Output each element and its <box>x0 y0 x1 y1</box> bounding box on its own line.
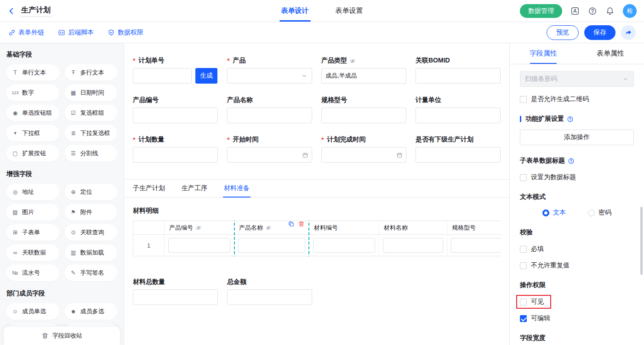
preview-button[interactable]: 预览 <box>547 25 579 40</box>
cell-product-no-input[interactable] <box>168 238 230 253</box>
field-item-divider[interactable]: ☰分割线 <box>65 145 118 162</box>
tab-material-preparation[interactable]: 材料准备 <box>224 180 250 197</box>
tab-form-settings[interactable]: 表单设置 <box>336 0 363 22</box>
set-data-title-row[interactable]: 设置为数据标题 <box>520 173 634 181</box>
plan-no-input[interactable] <box>133 68 192 84</box>
product-select[interactable] <box>227 68 312 84</box>
field-item-checkbox-group[interactable]: ☑复选框组 <box>65 105 118 121</box>
delete-icon[interactable] <box>298 221 305 227</box>
field-item-attachment[interactable]: ⚑附件 <box>65 204 118 221</box>
start-time-input[interactable] <box>227 147 312 163</box>
tab-form-design[interactable]: 表单设计 <box>281 0 309 22</box>
cell-material-name-input[interactable] <box>383 238 443 253</box>
no-duplicate-row[interactable]: 不允许重复值 <box>520 261 634 270</box>
field-item-multi-text[interactable]: Ŧ多行文本 <box>65 64 118 81</box>
field-item-number[interactable]: 123数字 <box>6 85 59 101</box>
column-header-spec[interactable]: 规格型号 <box>447 221 501 234</box>
help-icon[interactable] <box>567 116 574 123</box>
field-start-time[interactable]: 开始时间 <box>227 135 312 163</box>
field-item-serial-number[interactable]: №流水号 <box>6 265 59 281</box>
cell-material-no-input[interactable] <box>313 238 375 253</box>
panel-scrollbar[interactable] <box>640 207 643 275</box>
field-product-name[interactable]: 产品名称 <box>227 96 312 123</box>
data-manage-button[interactable]: 数据管理 <box>520 4 562 18</box>
spec-input[interactable] <box>321 107 406 123</box>
save-button[interactable]: 保存 <box>584 25 616 40</box>
field-plan-qty[interactable]: 计划数量 <box>133 135 218 163</box>
add-action-button[interactable]: 添加操作 <box>520 130 634 145</box>
field-item-extend-button[interactable]: ▢扩展按钮 <box>6 145 59 162</box>
bom-id-input[interactable] <box>416 68 501 84</box>
field-spec[interactable]: 规格型号 <box>321 96 406 123</box>
data-permission-button[interactable]: 数据权限 <box>108 28 143 37</box>
field-item-member-multi[interactable]: ☻成员多选 <box>65 303 118 320</box>
field-item-radio-group[interactable]: ◉单选按钮组 <box>6 105 59 121</box>
visible-checkbox[interactable] <box>520 299 527 305</box>
field-item-member-single[interactable]: ☺成员单选 <box>6 303 59 320</box>
amount-total-input[interactable] <box>227 289 312 305</box>
back-button[interactable] <box>7 7 16 15</box>
required-row[interactable]: 必填 <box>520 245 634 253</box>
field-item-dropdown-multi[interactable]: ≣下拉复选框 <box>65 125 118 141</box>
field-item-single-text[interactable]: T单行文本 <box>6 64 59 81</box>
field-item-related-data[interactable]: ∞关联数据 <box>6 244 59 261</box>
translate-icon[interactable] <box>570 6 580 16</box>
field-item-signature[interactable]: ✎手写签名 <box>65 265 118 281</box>
field-item-image[interactable]: ▧图片 <box>6 204 59 221</box>
barcode-select[interactable]: 扫描条形码 <box>520 71 634 87</box>
field-item-dropdown[interactable]: ▼下拉框 <box>6 125 59 141</box>
generate-button[interactable]: 生成 <box>195 68 217 84</box>
copy-icon[interactable] <box>288 221 295 227</box>
tab-sub-production-plan[interactable]: 子生产计划 <box>133 180 165 197</box>
tab-production-process[interactable]: 生产工序 <box>182 180 207 197</box>
material-total-input[interactable] <box>133 289 218 305</box>
qr-checkbox-row[interactable]: 是否允许生成二维码 <box>520 95 634 103</box>
column-header-material-name[interactable]: 材料名称 <box>379 221 447 234</box>
product-type-input[interactable] <box>321 68 406 84</box>
field-product[interactable]: 产品 <box>227 56 312 84</box>
product-no-input[interactable] <box>133 107 218 123</box>
field-recycle-bin[interactable]: 字段回收站 <box>4 327 120 345</box>
has-sub-plan-input[interactable] <box>416 147 501 163</box>
text-radio[interactable] <box>542 209 549 216</box>
field-unit[interactable]: 计量单位 <box>416 96 501 123</box>
field-item-data-load[interactable]: ▥数据加载 <box>65 244 118 261</box>
field-has-sub-plan[interactable]: 是否有下级生产计划 <box>416 135 501 163</box>
external-link-button[interactable]: 表单外链 <box>8 28 44 37</box>
help-icon[interactable] <box>588 6 597 16</box>
cell-spec-input[interactable] <box>451 238 501 253</box>
field-item-datetime[interactable]: ▦日期时间 <box>65 85 118 101</box>
backend-script-button[interactable]: 后端脚本 <box>58 28 94 37</box>
field-product-no[interactable]: 产品编号 <box>133 96 218 123</box>
password-radio[interactable] <box>588 209 595 216</box>
set-data-title-checkbox[interactable] <box>520 174 527 181</box>
field-item-related-query[interactable]: ⊙关联查询 <box>65 224 118 241</box>
visible-row[interactable]: 可见 <box>520 298 544 306</box>
column-header-material-no[interactable]: 材料编号 <box>309 221 379 234</box>
field-bom-id[interactable]: 关联BOMID <box>416 56 501 84</box>
cell-product-name-input[interactable] <box>238 238 305 253</box>
help-icon[interactable] <box>568 158 575 164</box>
product-name-input[interactable] <box>227 107 312 123</box>
plan-qty-input[interactable] <box>133 147 218 163</box>
unit-input[interactable] <box>416 107 501 123</box>
field-plan-no[interactable]: 计划单号 生成 <box>133 56 218 84</box>
tab-field-properties[interactable]: 字段属性 <box>510 43 577 64</box>
avatar[interactable]: 检 <box>623 4 637 18</box>
bell-icon[interactable] <box>605 6 615 16</box>
editable-row[interactable]: 可编辑 <box>520 314 634 322</box>
field-item-subform[interactable]: ⊞子表单 <box>6 224 59 241</box>
radio-text[interactable]: 文本 <box>542 209 566 217</box>
editable-checkbox[interactable] <box>520 315 527 322</box>
field-item-location[interactable]: ⊕定位 <box>65 184 118 200</box>
required-checkbox[interactable] <box>520 246 527 253</box>
field-item-address[interactable]: ◎地址 <box>6 184 59 200</box>
finish-time-input[interactable] <box>321 147 406 163</box>
tab-form-properties[interactable]: 表单属性 <box>577 43 644 64</box>
field-amount-total[interactable]: 总金额 <box>227 277 312 305</box>
radio-password[interactable]: 密码 <box>588 209 611 217</box>
column-header-product-no[interactable]: 产品编号 <box>165 221 234 234</box>
no-duplicate-checkbox[interactable] <box>520 262 527 269</box>
share-button[interactable] <box>621 25 636 40</box>
field-material-total[interactable]: 材料总数量 <box>133 277 218 305</box>
